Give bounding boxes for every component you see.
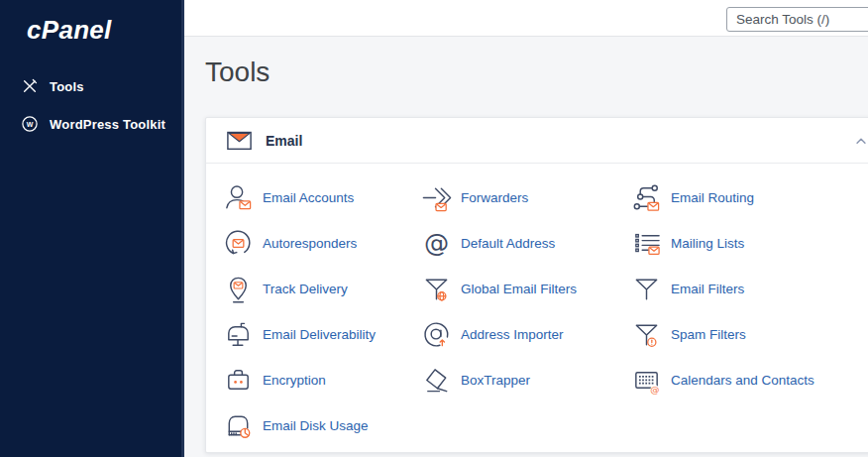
sidebar-item-label: WordPress Toolkit [50,117,165,132]
tool-global-email-filters[interactable]: Global Email Filters [421,266,631,311]
tool-label: Autoresponders [263,236,357,251]
sidebar-item-wordpress-toolkit[interactable]: WordPress Toolkit [0,105,184,143]
address-importer-icon [421,319,452,350]
tool-label: Default Address [461,236,555,251]
tool-label: Email Routing [671,190,754,205]
tool-autoresponders[interactable]: Autoresponders [223,220,421,266]
tool-calendars-and-contacts[interactable]: Calendars and Contacts [631,357,868,402]
cpanel-app: cPanel Tools WordPress Toolkit Tools Ema… [0,0,868,457]
page-title: Tools [205,56,868,89]
tool-address-importer[interactable]: Address Importer [421,311,631,357]
envelope-icon [226,130,253,151]
tool-spam-filters[interactable]: Spam Filters [631,311,868,357]
main-content: Tools Email Email Accounts Forwarders [184,37,868,457]
autoresponders-icon [223,228,254,259]
email-routing-icon [631,182,662,213]
tool-label: Spam Filters [671,327,746,342]
tool-email-deliverability[interactable]: Email Deliverability [223,311,421,357]
email-tools-grid: Email Accounts Forwarders Email Routing … [206,164,868,452]
tool-label: Encryption [263,373,326,388]
tool-email-filters[interactable]: Email Filters [631,266,868,311]
boxtrapper-icon [421,365,452,396]
tool-default-address[interactable]: Default Address [421,220,631,266]
tool-label: Calendars and Contacts [671,373,814,388]
spam-filters-icon [631,319,662,350]
mailing-lists-icon [631,228,662,259]
sidebar-nav: Tools WordPress Toolkit [0,67,184,143]
sidebar-item-tools[interactable]: Tools [0,67,184,105]
sidebar: cPanel Tools WordPress Toolkit [0,0,184,457]
tool-label: Email Accounts [263,190,354,205]
tool-label: Email Deliverability [263,327,376,342]
tool-email-disk-usage[interactable]: Email Disk Usage [223,402,421,448]
tool-forwarders[interactable]: Forwarders [421,174,631,220]
encryption-icon [223,365,254,396]
track-delivery-icon [223,274,254,304]
tool-label: Address Importer [461,327,564,342]
tools-icon [21,77,39,95]
email-accounts-icon [223,182,254,213]
cpanel-logo[interactable]: cPanel [0,0,184,45]
wordpress-icon [21,115,39,133]
sidebar-item-label: Tools [50,79,84,94]
email-section-title: Email [266,133,302,149]
tool-email-routing[interactable]: Email Routing [631,174,868,220]
forwarders-icon [421,182,452,213]
tool-track-delivery[interactable]: Track Delivery [223,266,421,311]
tool-label: Email Filters [671,282,744,296]
tool-label: Forwarders [461,190,528,205]
email-disk-usage-icon [223,410,254,441]
tool-label: Global Email Filters [461,282,577,296]
tool-label: Email Disk Usage [263,418,369,433]
email-section: Email Email Accounts Forwarders Email Ro… [205,117,868,453]
email-deliverability-icon [223,319,254,350]
topbar [184,0,868,37]
tool-email-accounts[interactable]: Email Accounts [223,174,421,220]
tool-encryption[interactable]: Encryption [223,357,421,402]
calendars-and-contacts-icon [631,365,662,396]
global-email-filters-icon [421,274,452,304]
search-input[interactable] [726,7,868,32]
email-section-header[interactable]: Email [206,118,868,164]
chevron-up-icon[interactable] [854,134,868,148]
tool-mailing-lists[interactable]: Mailing Lists [631,220,868,266]
default-address-icon [421,228,452,259]
tool-label: BoxTrapper [461,373,530,388]
tool-label: Track Delivery [263,282,348,296]
tool-label: Mailing Lists [671,236,744,251]
tool-boxtrapper[interactable]: BoxTrapper [421,357,631,402]
email-filters-icon [631,274,662,304]
